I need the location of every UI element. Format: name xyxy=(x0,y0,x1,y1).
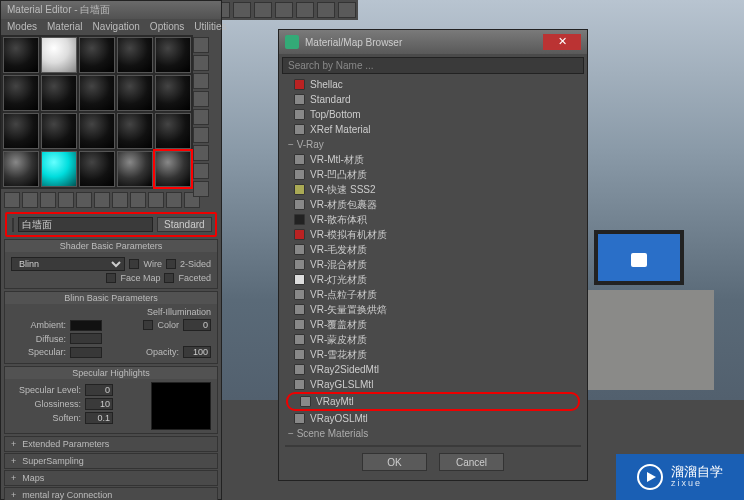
sample-slot[interactable] xyxy=(117,151,153,187)
tool-btn[interactable] xyxy=(296,2,314,18)
make-copy-icon[interactable] xyxy=(76,192,92,208)
list-item: VR-蒙皮材质 xyxy=(282,332,584,347)
sample-slot-active[interactable] xyxy=(155,151,191,187)
put-to-scene-icon[interactable] xyxy=(22,192,38,208)
rollout-mentalray[interactable]: mental ray Connection xyxy=(4,487,218,500)
speclevel-spinner[interactable]: 0 xyxy=(85,384,113,396)
backlight-icon[interactable] xyxy=(193,55,209,71)
sample-slot[interactable] xyxy=(155,75,191,111)
sample-slot[interactable] xyxy=(117,37,153,73)
rollout-extended[interactable]: Extended Parameters xyxy=(4,436,218,452)
list-item: VR-混合材质 xyxy=(282,257,584,272)
sample-slot[interactable] xyxy=(41,113,77,149)
list-item: VR-快速 SSS2 xyxy=(282,182,584,197)
mat-icon xyxy=(294,109,305,120)
cancel-button[interactable]: Cancel xyxy=(439,453,504,471)
search-input[interactable]: Search by Name ... xyxy=(282,57,584,74)
sample-slot[interactable] xyxy=(155,113,191,149)
uv-tile-icon[interactable] xyxy=(193,91,209,107)
ambient-swatch[interactable] xyxy=(70,320,102,331)
make-unique-icon[interactable] xyxy=(94,192,110,208)
title-text: Material Editor - 白墙面 xyxy=(7,3,110,17)
sample-slot[interactable] xyxy=(79,75,115,111)
side-tools xyxy=(193,37,219,197)
background-icon[interactable] xyxy=(193,73,209,89)
sample-slot[interactable] xyxy=(3,75,39,111)
twosided-checkbox[interactable] xyxy=(166,259,176,269)
assign-icon[interactable] xyxy=(40,192,56,208)
menu-material[interactable]: Material xyxy=(47,21,83,33)
tool-btn[interactable] xyxy=(254,2,272,18)
facemap-checkbox[interactable] xyxy=(106,273,116,283)
material-list[interactable]: Shellac Standard Top/Bottom XRef Materia… xyxy=(282,77,584,447)
color-checkbox[interactable] xyxy=(143,320,153,330)
sample-slot[interactable] xyxy=(41,151,77,187)
ok-button[interactable]: OK xyxy=(362,453,427,471)
menu-navigation[interactable]: Navigation xyxy=(93,21,140,33)
sample-slot[interactable] xyxy=(41,37,77,73)
material-id-icon[interactable] xyxy=(193,181,209,197)
get-material-icon[interactable] xyxy=(4,192,20,208)
show-map-icon[interactable] xyxy=(130,192,146,208)
list-item: VR-毛发材质 xyxy=(282,242,584,257)
close-button[interactable]: ✕ xyxy=(543,34,581,50)
rollout-maps[interactable]: Maps xyxy=(4,470,218,486)
reset-icon[interactable] xyxy=(58,192,74,208)
tool-btn[interactable] xyxy=(338,2,356,18)
rollout-header[interactable]: Shader Basic Parameters xyxy=(5,240,217,252)
menu-options[interactable]: Options xyxy=(150,21,184,33)
mat-icon xyxy=(294,319,305,330)
sample-slot[interactable] xyxy=(3,113,39,149)
sample-slot[interactable] xyxy=(155,37,191,73)
mat-icon xyxy=(294,379,305,390)
preview-icon[interactable] xyxy=(193,127,209,143)
rollout-supersampling[interactable]: SuperSampling xyxy=(4,453,218,469)
sample-slot[interactable] xyxy=(79,37,115,73)
options-icon[interactable] xyxy=(193,145,209,161)
group-scene[interactable]: Scene Materials xyxy=(282,426,584,441)
sample-type-icon[interactable] xyxy=(193,37,209,53)
shader-dropdown[interactable]: Blinn xyxy=(11,257,125,271)
gloss-label: Glossiness: xyxy=(11,399,81,409)
sample-slot[interactable] xyxy=(41,75,77,111)
menu-utilities[interactable]: Utilities xyxy=(194,21,226,33)
rollout-header[interactable]: Specular Highlights xyxy=(5,367,217,379)
material-type-button[interactable]: Standard xyxy=(157,217,212,232)
color-spinner[interactable]: 0 xyxy=(183,319,211,331)
sample-slot[interactable] xyxy=(79,113,115,149)
gloss-spinner[interactable]: 10 xyxy=(85,398,113,410)
mat-icon xyxy=(294,304,305,315)
browser-titlebar[interactable]: Material/Map Browser ✕ xyxy=(279,30,587,54)
soften-spinner[interactable]: 0.1 xyxy=(85,412,113,424)
sample-slot[interactable] xyxy=(3,37,39,73)
specular-swatch[interactable] xyxy=(70,347,102,358)
faceted-checkbox[interactable] xyxy=(164,273,174,283)
menu-modes[interactable]: Modes xyxy=(7,21,37,33)
faceted-label: Faceted xyxy=(178,273,211,283)
sample-slot[interactable] xyxy=(117,75,153,111)
material-name-input[interactable] xyxy=(18,217,153,232)
material-map-browser: Material/Map Browser ✕ Search by Name ..… xyxy=(278,29,588,481)
diffuse-swatch[interactable] xyxy=(70,333,102,344)
soften-label: Soften: xyxy=(11,413,81,423)
list-item: VR-模拟有机材质 xyxy=(282,227,584,242)
video-check-icon[interactable] xyxy=(193,109,209,125)
window-title[interactable]: Material Editor - 白墙面 xyxy=(1,1,221,19)
tool-btn[interactable] xyxy=(317,2,335,18)
wire-checkbox[interactable] xyxy=(129,259,139,269)
opacity-spinner[interactable]: 100 xyxy=(183,346,211,358)
sample-slot[interactable] xyxy=(3,151,39,187)
tool-btn[interactable] xyxy=(233,2,251,18)
select-by-mat-icon[interactable] xyxy=(193,163,209,179)
put-to-lib-icon[interactable] xyxy=(112,192,128,208)
mat-icon xyxy=(294,274,305,285)
sample-slot[interactable] xyxy=(79,151,115,187)
rollout-header[interactable]: Blinn Basic Parameters xyxy=(5,292,217,304)
show-end-icon[interactable] xyxy=(148,192,164,208)
sample-slot[interactable] xyxy=(117,113,153,149)
tool-btn[interactable] xyxy=(275,2,293,18)
go-parent-icon[interactable] xyxy=(166,192,182,208)
pick-icon[interactable] xyxy=(12,218,14,232)
group-vray[interactable]: V-Ray xyxy=(282,137,584,152)
list-item: XRef Material xyxy=(282,122,584,137)
